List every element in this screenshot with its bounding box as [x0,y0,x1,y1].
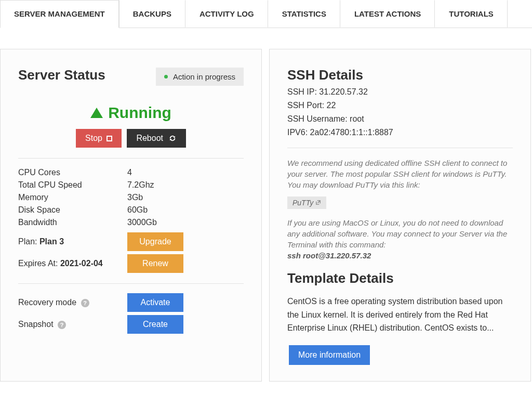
expires-date: 2021-02-04 [60,259,103,268]
ssh-help-text-2: If you are using MacOS or Linux, you do … [287,218,507,249]
more-information-button[interactable]: More information [289,345,370,365]
cpu-cores-label: CPU Cores [18,168,127,177]
ssh-details-title: SSH Details [287,67,513,83]
template-details-title: Template Details [287,270,513,286]
action-in-progress-text: Action in progress [173,72,235,81]
activate-button[interactable]: Activate [127,293,183,312]
disk-value: 60Gb [127,205,244,215]
help-icon[interactable]: ? [58,321,66,329]
bandwidth-value: 3000Gb [127,218,244,227]
running-label: Running [108,104,171,122]
tab-statistics[interactable]: STATISTICS [268,0,340,28]
help-icon[interactable]: ? [81,299,89,307]
tab-backups[interactable]: BACKUPS [119,0,185,28]
action-in-progress-chip: Action in progress [156,68,244,86]
triangle-up-icon [90,108,103,118]
ssh-ipv6-label: IPV6: [287,128,310,137]
divider [287,148,513,148]
tab-activity-log[interactable]: ACTIVITY LOG [185,0,268,28]
plan-name: Plan 3 [39,237,64,246]
ssh-port-value: 22 [327,101,336,110]
cpu-speed-label: Total CPU Speed [18,180,127,190]
recovery-mode-label: Recovery mode [18,298,76,307]
ssh-ip-label: SSH IP: [287,87,319,96]
putty-link[interactable]: PuTTy [287,197,326,209]
server-status-title: Server Status [18,67,105,83]
ssh-command: ssh root@31.220.57.32 [287,251,371,260]
divider [18,158,244,159]
ssh-details-panel: SSH Details SSH IP: 31.220.57.32 SSH Por… [269,49,531,382]
server-status-panel: Server Status Action in progress Running… [0,49,262,382]
upgrade-button[interactable]: Upgrade [127,232,183,251]
running-status: Running [90,104,171,122]
divider [18,283,244,284]
reboot-label: Reboot [136,134,163,143]
cpu-cores-value: 4 [127,168,244,177]
putty-label: PuTTy [292,199,313,207]
bandwidth-label: Bandwidth [18,218,127,227]
expires-prefix: Expires At: [18,259,60,268]
disk-label: Disk Space [18,205,127,215]
template-description: CentOS is a free operating system distri… [287,295,513,335]
memory-label: Memory [18,193,127,202]
ssh-user-value: root [350,114,364,123]
status-dot-icon [164,75,168,78]
cpu-speed-value: 7.2Ghz [127,180,244,190]
ssh-ip-value: 31.220.57.32 [319,87,367,96]
ssh-port-label: SSH Port: [287,101,327,110]
stop-icon [107,136,112,141]
stop-label: Stop [85,134,102,143]
plan-prefix: Plan: [18,237,39,246]
ssh-ipv6-value: 2a02:4780:1:1::1:8887 [310,128,393,137]
tab-tutorials[interactable]: TUTORIALS [435,0,508,28]
memory-value: 3Gb [127,193,244,202]
tab-server-management[interactable]: SERVER MANAGEMENT [0,0,119,28]
refresh-icon [168,135,177,142]
reboot-button[interactable]: Reboot [127,129,186,148]
snapshot-label: Snapshot [18,320,54,329]
external-link-icon [315,199,321,207]
stop-button[interactable]: Stop [76,129,122,148]
tab-latest-actions[interactable]: LATEST ACTIONS [340,0,435,28]
renew-button[interactable]: Renew [127,254,183,273]
ssh-help-text-1: We recommend using dedicated offline SSH… [287,158,513,190]
ssh-user-label: SSH Username: [287,114,350,123]
tabs-bar: SERVER MANAGEMENT BACKUPS ACTIVITY LOG S… [0,0,532,28]
create-snapshot-button[interactable]: Create [127,315,183,334]
